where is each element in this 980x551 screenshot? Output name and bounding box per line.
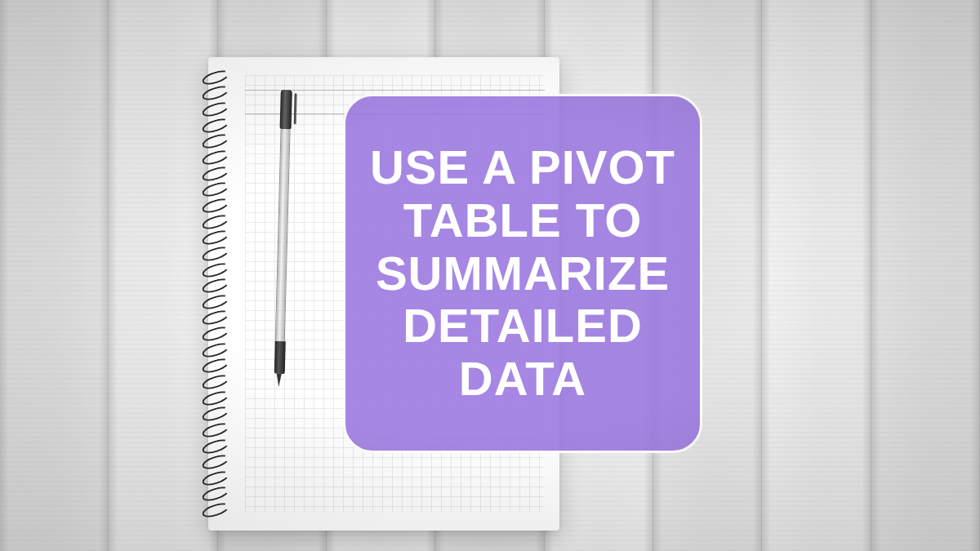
- pen-tip: [276, 374, 281, 387]
- spiral-ring: [201, 131, 231, 151]
- spiral-ring: [201, 420, 231, 440]
- pen-cap: [280, 90, 292, 129]
- wood-plank: [871, 0, 980, 551]
- spiral-ring: [201, 389, 231, 408]
- spiral-ring: [201, 148, 231, 167]
- spiral-ring: [201, 68, 231, 87]
- spiral-ring: [201, 180, 231, 199]
- spiral-ring: [201, 100, 231, 119]
- spiral-ring: [201, 196, 231, 216]
- spiral-ring: [201, 469, 231, 488]
- spiral-ring: [201, 452, 231, 472]
- spiral-ring: [201, 244, 231, 264]
- spiral-ring: [201, 340, 231, 360]
- spiral-ring: [201, 485, 231, 504]
- spiral-ring: [201, 84, 231, 104]
- callout-card: USE A PIVOT TABLE TO SUMMARIZE DETAILED …: [343, 94, 702, 453]
- callout-title: USE A PIVOT TABLE TO SUMMARIZE DETAILED …: [365, 141, 680, 407]
- pen-grip: [274, 341, 285, 374]
- spiral-ring: [201, 309, 231, 328]
- spiral-ring: [201, 356, 231, 375]
- spiral-ring: [201, 500, 231, 520]
- spiral-ring: [201, 276, 231, 295]
- spiral-ring: [201, 228, 231, 247]
- spiral-ring: [201, 404, 231, 424]
- wood-plank: [0, 0, 109, 551]
- wood-plank: [762, 0, 871, 551]
- spiral-binding: [202, 69, 229, 518]
- spiral-ring: [201, 260, 231, 280]
- spiral-ring: [201, 292, 231, 312]
- spiral-ring: [201, 116, 231, 136]
- spiral-ring: [201, 437, 231, 456]
- spiral-ring: [201, 164, 231, 184]
- spiral-ring: [201, 212, 231, 232]
- spiral-ring: [201, 372, 231, 392]
- spiral-ring: [201, 324, 231, 344]
